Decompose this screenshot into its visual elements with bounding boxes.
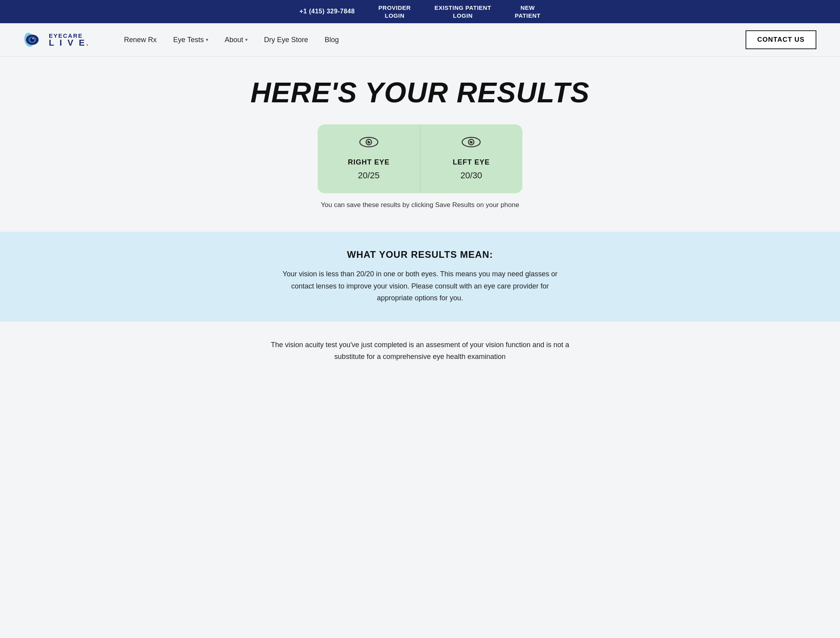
save-results-text: You can save these results by clicking S…	[286, 201, 554, 209]
logo[interactable]: EYECARE L I V E.	[24, 32, 90, 48]
left-eye-icon	[462, 135, 481, 152]
contact-us-button[interactable]: CONTACT US	[746, 30, 816, 49]
right-eye-card: RIGHT EYE 20/25	[318, 124, 420, 193]
main-nav: Renew Rx Eye Tests ▾ About ▾ Dry Eye Sto…	[118, 30, 816, 49]
header: EYECARE L I V E. Renew Rx Eye Tests ▾ Ab…	[0, 23, 840, 57]
right-eye-value: 20/25	[358, 170, 379, 181]
existing-patient-login-link[interactable]: EXISTING PATIENTLOGIN	[435, 4, 491, 19]
results-meaning-section: WHAT YOUR RESULTS MEAN: Your vision is l…	[0, 232, 840, 322]
logo-live: L I V E.	[49, 39, 90, 47]
svg-point-12	[472, 141, 473, 142]
provider-login-link[interactable]: PROVIDERLOGIN	[378, 4, 411, 19]
logo-icon	[24, 32, 45, 48]
results-mean-title: WHAT YOUR RESULTS MEAN:	[16, 249, 824, 260]
nav-about[interactable]: About ▾	[218, 33, 254, 47]
phone-number[interactable]: +1 (415) 329-7848	[300, 7, 355, 16]
right-eye-label: RIGHT EYE	[348, 158, 390, 166]
bottom-disclaimer-text: The vision acuity test you've just compl…	[266, 339, 574, 363]
svg-point-4	[32, 38, 34, 39]
logo-text: EYECARE L I V E.	[49, 33, 90, 47]
main-content: HERE'S YOUR RESULTS RIGHT EYE 20/25	[0, 57, 840, 221]
left-eye-card: LEFT EYE 20/30	[420, 124, 523, 193]
top-bar: +1 (415) 329-7848 PROVIDERLOGIN EXISTING…	[0, 0, 840, 23]
nav-dry-eye-store[interactable]: Dry Eye Store	[258, 33, 315, 47]
left-eye-label: LEFT EYE	[453, 158, 490, 166]
nav-blog[interactable]: Blog	[318, 33, 345, 47]
right-eye-icon	[359, 135, 378, 152]
about-chevron-icon: ▾	[245, 37, 248, 43]
nav-eye-tests[interactable]: Eye Tests ▾	[167, 33, 215, 47]
left-eye-value: 20/30	[461, 170, 482, 181]
results-title: HERE'S YOUR RESULTS	[8, 76, 832, 109]
eye-cards-container: RIGHT EYE 20/25 LEFT EYE 20/30	[318, 124, 522, 193]
svg-point-8	[369, 141, 370, 142]
results-mean-text: Your vision is less than 20/20 in one or…	[278, 268, 562, 304]
bottom-section: The vision acuity test you've just compl…	[0, 322, 840, 375]
eye-tests-chevron-icon: ▾	[206, 37, 208, 43]
new-patient-link[interactable]: NEWPATIENT	[515, 4, 540, 19]
nav-renew-rx[interactable]: Renew Rx	[118, 33, 163, 47]
